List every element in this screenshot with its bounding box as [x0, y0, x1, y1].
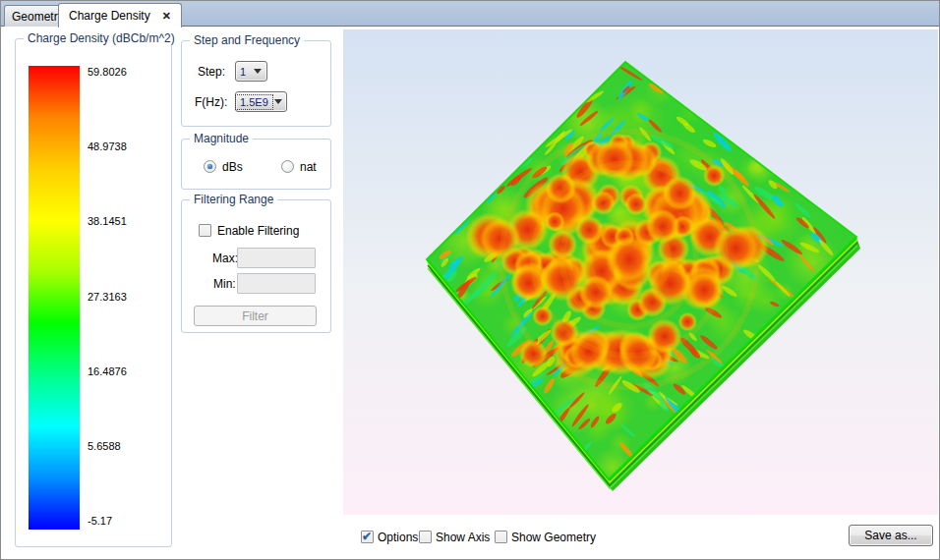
show-axis-checkbox-label: Show Axis: [436, 531, 490, 544]
show-geometry-checkbox[interactable]: ✔: [495, 531, 507, 543]
min-input[interactable]: [237, 273, 316, 294]
colorbar-gradient: [29, 66, 80, 530]
colorbar-group-label: Charge Density (dBCb/m^2): [24, 31, 179, 45]
enable-filtering-label: Enable Filtering: [217, 224, 299, 238]
max-label: Max:: [212, 252, 238, 265]
filter-button[interactable]: Filter: [194, 306, 317, 326]
options-checkbox[interactable]: ✔: [361, 531, 374, 543]
viewport: [343, 29, 938, 515]
chevron-down-icon: [274, 99, 282, 104]
radio-dot: [285, 164, 290, 169]
frequency-dropdown[interactable]: 1.5E9: [235, 91, 287, 112]
tab-charge-density[interactable]: Charge Density ✕: [58, 3, 182, 28]
frequency-label: F(Hz):: [195, 95, 227, 109]
tab-strip: Geometry Charge Density ✕: [1, 1, 939, 27]
charge-density-3d-view[interactable]: [343, 29, 938, 515]
step-frequency-group: Step and Frequency: [181, 40, 331, 127]
step-label: Step:: [198, 65, 225, 79]
step-dropdown-value: 1: [236, 65, 252, 79]
checkmark-icon: ✔: [362, 530, 372, 543]
max-input[interactable]: [237, 248, 316, 268]
enable-filtering-checkbox[interactable]: ✔: [199, 224, 211, 237]
colorbar-tick: 48.9738: [88, 140, 166, 152]
tab-geometry-label: Geometry: [12, 10, 64, 24]
chevron-down-icon: [254, 69, 262, 74]
options-checkbox-label: Options: [378, 531, 418, 544]
colorbar-tick: 16.4876: [88, 365, 166, 377]
magnitude-group-label: Magnitude: [190, 132, 253, 145]
tab-close-icon[interactable]: ✕: [162, 11, 171, 22]
radio-dot: [207, 164, 212, 169]
nat-radio-label: nat: [300, 160, 317, 174]
dbs-radio[interactable]: [204, 160, 216, 173]
show-geometry-checkbox-label: Show Geometry: [511, 531, 596, 544]
filtering-range-group-label: Filtering Range: [190, 193, 277, 206]
step-frequency-group-label: Step and Frequency: [190, 33, 304, 47]
colorbar-tick: 27.3163: [88, 291, 166, 303]
frequency-dropdown-value: 1.5E9: [236, 95, 272, 109]
save-as-button[interactable]: Save as...: [849, 525, 933, 546]
app-window: Geometry Charge Density ✕ Charge Density…: [0, 0, 940, 560]
tab-charge-density-label: Charge Density: [69, 9, 150, 23]
colorbar-tick: -5.17: [88, 515, 166, 527]
colorbar-tick: 5.6588: [88, 440, 166, 452]
nat-radio[interactable]: [281, 160, 294, 173]
min-label: Min:: [213, 277, 236, 291]
show-axis-checkbox[interactable]: ✔: [419, 531, 432, 543]
dbs-radio-label: dBs: [222, 160, 243, 174]
step-dropdown[interactable]: 1: [235, 61, 267, 82]
colorbar-tick: 38.1451: [88, 215, 166, 227]
colorbar-tick: 59.8026: [88, 66, 166, 78]
